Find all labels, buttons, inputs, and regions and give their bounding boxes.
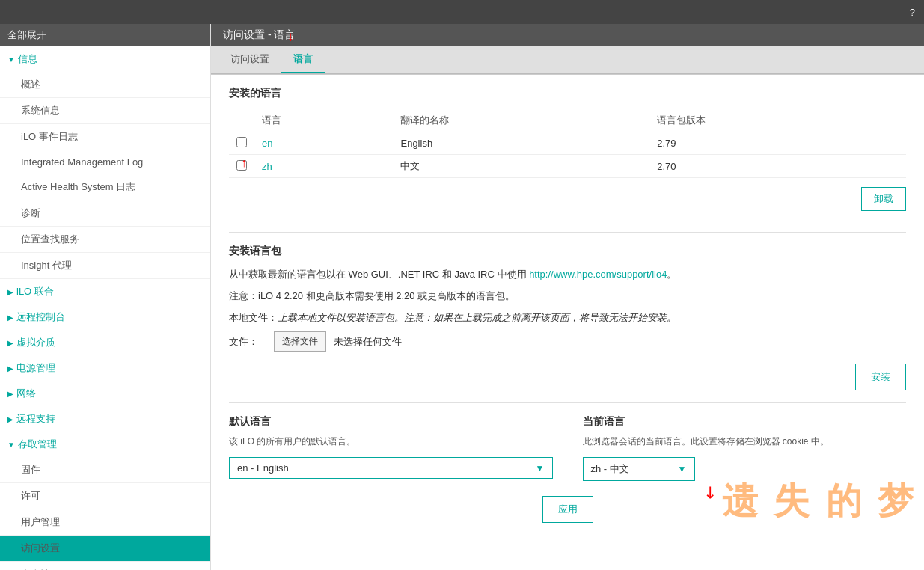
row-en-version: 2.79 — [649, 132, 906, 155]
sidebar-item-insight-proxy[interactable]: Insight 代理 — [0, 253, 210, 279]
sidebar-item-access-settings[interactable]: 访问设置 — [0, 536, 210, 562]
row-zh-version: 2.70 — [649, 155, 906, 178]
sidebar-section-remote-support[interactable]: ▶ 远程支持 — [0, 406, 210, 432]
install-button[interactable]: 安装 — [855, 364, 906, 390]
sidebar: 全部展开 ▼ 信息 概述 系统信息 iLO 事件日志 Integrated Ma… — [0, 24, 211, 570]
current-language-dropdown-icon: ▼ — [678, 464, 687, 474]
page-title: 访问设置 - 语言 — [211, 24, 924, 46]
network-arrow-icon: ▶ — [7, 390, 13, 398]
apply-button[interactable]: 应用 — [542, 496, 593, 523]
install-desc1: 从中获取最新的语言包以在 Web GUI、.NET IRC 和 Java IRC… — [229, 267, 906, 283]
divider-2 — [229, 402, 906, 403]
sidebar-item-ilo-event-log[interactable]: iLO 事件日志 — [0, 124, 210, 150]
page-tabs: 访问设置 语言 ↑ — [211, 46, 924, 74]
table-row: zh ↑ 中文 2.70 — [229, 155, 906, 178]
virtual-media-arrow-icon: ▶ — [7, 339, 13, 347]
current-language-value: zh - 中文 — [591, 462, 629, 476]
tab-language[interactable]: 语言 ↑ — [281, 46, 325, 73]
current-language-section: 当前语言 此浏览器会话的当前语言。此设置将存储在浏览器 cookie 中。 zh… — [583, 415, 907, 481]
row-en-checkbox[interactable] — [236, 137, 247, 147]
install-local-file-desc: 本地文件：上载本地文件以安装语言包。注意：如果在上载完成之前离开该页面，将导致无… — [229, 310, 906, 326]
sidebar-section-info-label: 信息 — [18, 52, 37, 66]
unload-area: 卸载 — [229, 187, 906, 220]
sidebar-section-ilo-federation[interactable]: ▶ iLO 联合 — [0, 279, 210, 304]
sidebar-item-overview[interactable]: 概述 — [0, 72, 210, 98]
sidebar-section-remote-console-label: 远程控制台 — [16, 310, 65, 324]
install-desc1-suffix: 。 — [667, 269, 676, 280]
current-language-desc: 此浏览器会话的当前语言。此设置将存储在浏览器 cookie 中。 — [583, 435, 907, 448]
sidebar-item-integrated-mgmt-log[interactable]: Integrated Management Log — [0, 150, 210, 174]
power-mgmt-arrow-icon: ▶ — [7, 364, 13, 373]
ilo-federation-arrow-icon: ▶ — [7, 288, 13, 296]
sidebar-section-network-label: 网络 — [16, 387, 36, 400]
default-language-dropdown-icon: ▼ — [536, 463, 545, 474]
default-language-value: en - English — [237, 462, 289, 474]
choose-file-button[interactable]: 选择文件 — [274, 331, 326, 352]
row-en-name: English — [393, 132, 649, 155]
sidebar-section-access-mgmt[interactable]: ▼ 存取管理 — [0, 432, 210, 457]
language-table: 语言 翻译的名称 语言包版本 en English 2.79 — [229, 109, 906, 178]
row-zh-code: zh ↑ — [254, 155, 393, 178]
main-layout: 全部展开 ▼ 信息 概述 系统信息 iLO 事件日志 Integrated Ma… — [0, 24, 924, 570]
access-mgmt-arrow-icon: ▼ — [7, 441, 15, 449]
install-lang-pack-title: 安装语言包 — [229, 245, 906, 258]
sidebar-section-access-mgmt-label: 存取管理 — [18, 438, 57, 451]
sidebar-expand-all[interactable]: 全部展开 — [0, 24, 210, 46]
sidebar-section-power-mgmt[interactable]: ▶ 电源管理 — [0, 355, 210, 381]
divider-1 — [229, 232, 906, 233]
install-desc1-prefix: 从中获取最新的语言包以在 Web GUI、.NET IRC 和 Java IRC… — [229, 269, 529, 280]
sidebar-section-power-mgmt-label: 电源管理 — [16, 361, 55, 375]
sidebar-section-info[interactable]: ▼ 信息 — [0, 46, 210, 72]
file-label: 文件： — [229, 335, 266, 349]
install-desc1-link[interactable]: http://www.hpe.com/support/ilo4 — [529, 269, 667, 280]
sidebar-item-sysinfo[interactable]: 系统信息 — [0, 98, 210, 124]
language-settings-cols: 默认语言 该 iLO 的所有用户的默认语言。 en - English ▼ 当前… — [229, 415, 906, 481]
sidebar-item-firmware[interactable]: 固件 — [0, 457, 210, 483]
watermark: 遗 失 的 梦 — [722, 477, 917, 525]
tab-access-settings[interactable]: 访问设置 — [218, 46, 281, 73]
install-desc2: 注意：iLO 4 2.20 和更高版本需要使用 2.20 或更高版本的语言包。 — [229, 289, 906, 304]
sidebar-section-virtual-media-label: 虚拟介质 — [16, 336, 55, 349]
page-header: 访问设置 - 语言 访问设置 语言 ↑ — [211, 24, 924, 75]
sidebar-item-license[interactable]: 许可 — [0, 483, 210, 509]
sidebar-item-user-mgmt[interactable]: 用户管理 — [0, 509, 210, 536]
main-content: 安装的语言 语言 翻译的名称 语言包版本 en — [211, 75, 924, 570]
row-en-code: en — [254, 132, 393, 155]
sidebar-section-network[interactable]: ▶ 网络 — [0, 381, 210, 406]
sidebar-item-security[interactable]: 安全性 — [0, 562, 210, 570]
unload-button[interactable]: 卸载 — [861, 187, 906, 211]
local-file-label: 本地文件： — [229, 312, 278, 323]
table-col-translated-name: 翻译的名称 — [393, 109, 649, 132]
sidebar-item-diagnostics[interactable]: 诊断 — [0, 200, 210, 227]
no-file-text: 未选择任何文件 — [334, 335, 402, 349]
sidebar-section-ilo-federation-label: iLO 联合 — [16, 285, 54, 298]
sidebar-item-location-service[interactable]: 位置查找服务 — [0, 227, 210, 253]
content-area: 访问设置 - 语言 访问设置 语言 ↑ 安装的语言 语言 翻译的名称 — [211, 24, 924, 570]
row-en-checkbox-cell — [229, 132, 254, 155]
installed-languages-title: 安装的语言 — [229, 87, 906, 100]
help-icon[interactable]: ? — [910, 7, 915, 18]
table-col-version: 语言包版本 — [649, 109, 906, 132]
file-row: 文件： 选择文件 未选择任何文件 — [229, 331, 906, 352]
sidebar-section-remote-support-label: 远程支持 — [16, 412, 55, 426]
sidebar-section-remote-console[interactable]: ▶ 远程控制台 — [0, 304, 210, 330]
info-arrow-icon: ▼ — [7, 55, 15, 64]
table-col-language: 语言 — [254, 109, 393, 132]
top-bar: ? — [0, 0, 924, 24]
default-language-select[interactable]: en - English ▼ — [229, 457, 553, 479]
default-language-section: 默认语言 该 iLO 的所有用户的默认语言。 en - English ▼ — [229, 415, 553, 481]
default-language-title: 默认语言 — [229, 415, 553, 429]
remote-console-arrow-icon: ▶ — [7, 313, 13, 322]
current-language-select[interactable]: zh - 中文 ▼ — [583, 457, 695, 481]
current-language-title: 当前语言 — [583, 415, 907, 429]
default-language-desc: 该 iLO 的所有用户的默认语言。 — [229, 435, 553, 448]
local-file-desc-text: 上载本地文件以安装语言包。注意：如果在上载完成之前离开该页面，将导致无法开始安装… — [278, 312, 676, 323]
row-zh-name: 中文 — [393, 155, 649, 178]
table-row: en English 2.79 — [229, 132, 906, 155]
remote-support-arrow-icon: ▶ — [7, 415, 13, 423]
sidebar-section-virtual-media[interactable]: ▶ 虚拟介质 — [0, 330, 210, 355]
table-col-checkbox — [229, 109, 254, 132]
sidebar-item-active-health[interactable]: Active Health System 日志 — [0, 174, 210, 200]
